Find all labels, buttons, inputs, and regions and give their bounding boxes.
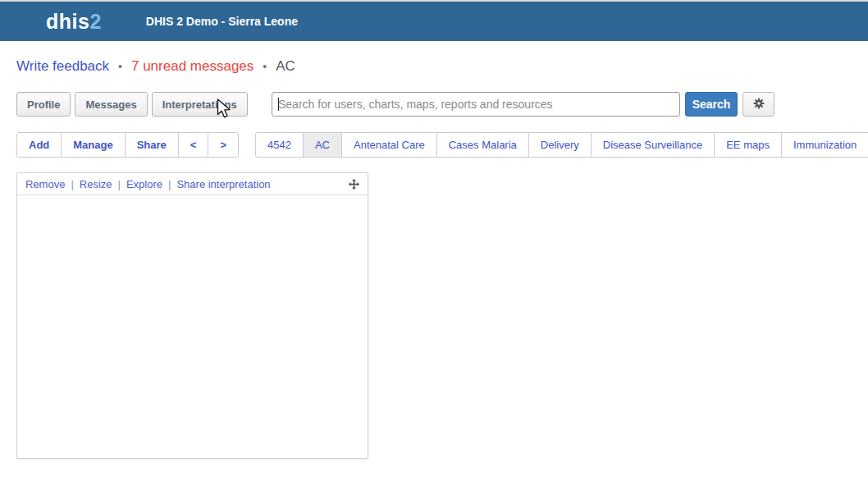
pipe-separator: | xyxy=(71,178,73,190)
bullet-separator: • xyxy=(263,60,267,73)
text-caret xyxy=(278,98,279,111)
messages-button[interactable]: Messages xyxy=(75,92,147,117)
widget-actions: Remove | Resize | Explore | Share interp… xyxy=(25,178,271,190)
explore-widget-link[interactable]: Explore xyxy=(126,178,162,190)
tab-ee-maps[interactable]: EE maps xyxy=(714,132,782,158)
tab-4542[interactable]: 4542 xyxy=(255,132,304,158)
widget-header: Remove | Resize | Explore | Share interp… xyxy=(17,173,368,195)
profile-button[interactable]: Profile xyxy=(16,92,71,117)
dashboard-widget: Remove | Resize | Explore | Share interp… xyxy=(16,172,368,459)
tab-immunization[interactable]: Immunization xyxy=(781,132,868,158)
user-toolbar: Profile Messages Interpretations xyxy=(16,92,248,117)
resize-widget-link[interactable]: Resize xyxy=(80,178,112,190)
dashboard-controls: Add Manage Share < > xyxy=(16,132,239,158)
tab-antenatal-care[interactable]: Antenatal Care xyxy=(341,132,437,158)
logo-text: dhis xyxy=(46,10,89,33)
remove-widget-link[interactable]: Remove xyxy=(25,178,65,190)
scroll-tabs-left-button[interactable]: < xyxy=(178,132,209,158)
share-interpretation-link[interactable]: Share interpretation xyxy=(176,178,270,190)
gear-icon xyxy=(753,98,765,112)
tab-disease-surveillance[interactable]: Disease Surveillance xyxy=(591,132,715,158)
share-dashboard-button[interactable]: Share xyxy=(125,132,179,158)
tab-ac[interactable]: AC xyxy=(303,132,342,158)
interpretations-button[interactable]: Interpretations xyxy=(152,92,248,117)
feedback-bar: Write feedback • 7 unread messages • AC xyxy=(16,57,295,75)
write-feedback-link[interactable]: Write feedback xyxy=(16,58,109,75)
pipe-separator: | xyxy=(118,178,121,190)
app-title: DHIS 2 Demo - Sierra Leone xyxy=(146,15,298,28)
scroll-tabs-right-button[interactable]: > xyxy=(208,132,239,158)
bullet-separator: • xyxy=(118,60,122,73)
add-dashboard-button[interactable]: Add xyxy=(16,132,62,158)
tab-delivery[interactable]: Delivery xyxy=(528,132,592,158)
unread-messages-link[interactable]: 7 unread messages xyxy=(131,58,254,75)
manage-dashboard-button[interactable]: Manage xyxy=(61,132,125,158)
dhis2-logo[interactable]: dhis2 xyxy=(46,10,102,34)
dhis2-dashboard-page: dhis2 DHIS 2 Demo - Sierra Leone Write f… xyxy=(0,0,868,485)
search-button[interactable]: Search xyxy=(685,92,738,117)
search-input[interactable] xyxy=(272,92,680,117)
app-header: dhis2 DHIS 2 Demo - Sierra Leone xyxy=(0,2,868,41)
move-icon[interactable] xyxy=(349,179,359,190)
tab-cases-malaria[interactable]: Cases Malaria xyxy=(436,132,529,158)
logo-accent: 2 xyxy=(89,10,101,33)
current-dashboard-name: AC xyxy=(276,58,295,75)
dashboard-tabs: 4542 AC Antenatal Care Cases Malaria Del… xyxy=(255,132,868,158)
pipe-separator: | xyxy=(168,178,171,190)
settings-button[interactable] xyxy=(742,92,774,117)
